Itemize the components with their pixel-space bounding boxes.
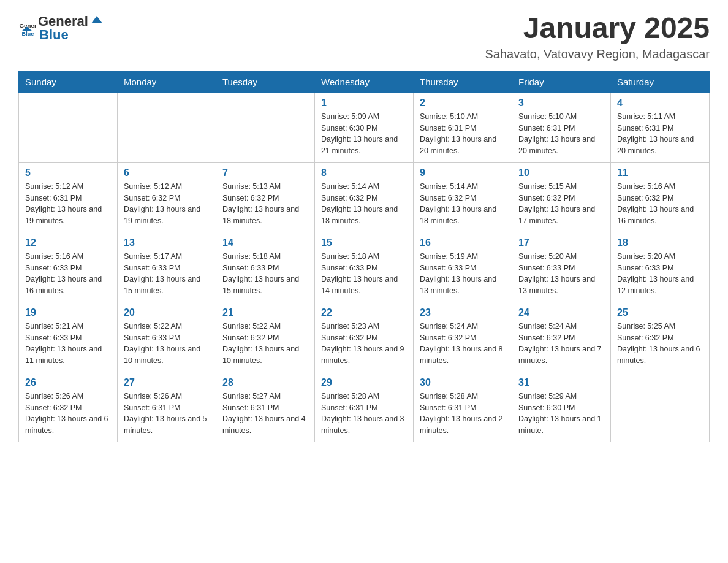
day-number: 15 <box>321 237 407 248</box>
day-number: 21 <box>222 307 308 318</box>
day-info: Sunrise: 5:26 AM Sunset: 6:31 PM Dayligh… <box>124 391 210 437</box>
day-info: Sunrise: 5:16 AM Sunset: 6:32 PM Dayligh… <box>617 181 703 227</box>
calendar-cell: 16Sunrise: 5:19 AM Sunset: 6:33 PM Dayli… <box>414 232 512 302</box>
day-info: Sunrise: 5:27 AM Sunset: 6:31 PM Dayligh… <box>222 391 308 437</box>
calendar-header-sunday: Sunday <box>19 71 118 92</box>
day-info: Sunrise: 5:09 AM Sunset: 6:30 PM Dayligh… <box>321 111 407 157</box>
calendar-header-tuesday: Tuesday <box>216 71 315 92</box>
calendar-cell: 20Sunrise: 5:22 AM Sunset: 6:33 PM Dayli… <box>118 302 216 372</box>
day-number: 17 <box>518 237 604 248</box>
calendar-cell: 12Sunrise: 5:16 AM Sunset: 6:33 PM Dayli… <box>19 232 118 302</box>
calendar-cell: 13Sunrise: 5:17 AM Sunset: 6:33 PM Dayli… <box>118 232 216 302</box>
calendar-header-thursday: Thursday <box>414 71 512 92</box>
calendar-cell: 18Sunrise: 5:20 AM Sunset: 6:33 PM Dayli… <box>611 232 710 302</box>
week-row-1: 1Sunrise: 5:09 AM Sunset: 6:30 PM Daylig… <box>19 92 710 162</box>
location-title: Sahavato, Vatovavy Region, Madagascar <box>485 47 710 61</box>
calendar-cell: 1Sunrise: 5:09 AM Sunset: 6:30 PM Daylig… <box>315 92 414 162</box>
calendar-cell: 23Sunrise: 5:24 AM Sunset: 6:32 PM Dayli… <box>414 302 512 372</box>
day-info: Sunrise: 5:13 AM Sunset: 6:32 PM Dayligh… <box>222 181 308 227</box>
calendar-cell: 21Sunrise: 5:22 AM Sunset: 6:32 PM Dayli… <box>216 302 315 372</box>
day-info: Sunrise: 5:26 AM Sunset: 6:32 PM Dayligh… <box>25 391 111 437</box>
calendar-cell <box>118 92 216 162</box>
day-info: Sunrise: 5:10 AM Sunset: 6:31 PM Dayligh… <box>518 111 604 157</box>
calendar-cell: 19Sunrise: 5:21 AM Sunset: 6:33 PM Dayli… <box>19 302 118 372</box>
day-info: Sunrise: 5:25 AM Sunset: 6:32 PM Dayligh… <box>617 321 703 367</box>
calendar-cell: 3Sunrise: 5:10 AM Sunset: 6:31 PM Daylig… <box>512 92 611 162</box>
calendar-cell: 22Sunrise: 5:23 AM Sunset: 6:32 PM Dayli… <box>315 302 414 372</box>
day-info: Sunrise: 5:20 AM Sunset: 6:33 PM Dayligh… <box>518 251 604 297</box>
day-info: Sunrise: 5:24 AM Sunset: 6:32 PM Dayligh… <box>518 321 604 367</box>
calendar-header-monday: Monday <box>118 71 216 92</box>
logo-triangle-icon <box>90 12 104 26</box>
day-number: 19 <box>25 307 111 318</box>
day-info: Sunrise: 5:12 AM Sunset: 6:32 PM Dayligh… <box>124 181 210 227</box>
day-number: 24 <box>518 307 604 318</box>
day-number: 22 <box>321 307 407 318</box>
day-number: 31 <box>518 377 604 388</box>
day-number: 6 <box>124 167 210 178</box>
day-number: 26 <box>25 377 111 388</box>
calendar-cell: 11Sunrise: 5:16 AM Sunset: 6:32 PM Dayli… <box>611 162 710 232</box>
svg-text:Blue: Blue <box>22 31 34 36</box>
title-section: January 2025 Sahavato, Vatovavy Region, … <box>485 12 710 61</box>
calendar-header-row: SundayMondayTuesdayWednesdayThursdayFrid… <box>19 71 710 92</box>
calendar-cell: 4Sunrise: 5:11 AM Sunset: 6:31 PM Daylig… <box>611 92 710 162</box>
week-row-2: 5Sunrise: 5:12 AM Sunset: 6:31 PM Daylig… <box>19 162 710 232</box>
calendar-cell: 24Sunrise: 5:24 AM Sunset: 6:32 PM Dayli… <box>512 302 611 372</box>
day-info: Sunrise: 5:15 AM Sunset: 6:32 PM Dayligh… <box>518 181 604 227</box>
calendar-cell <box>216 92 315 162</box>
calendar-cell: 7Sunrise: 5:13 AM Sunset: 6:32 PM Daylig… <box>216 162 315 232</box>
day-info: Sunrise: 5:12 AM Sunset: 6:31 PM Dayligh… <box>25 181 111 227</box>
day-info: Sunrise: 5:23 AM Sunset: 6:32 PM Dayligh… <box>321 321 407 367</box>
day-number: 12 <box>25 237 111 248</box>
week-row-3: 12Sunrise: 5:16 AM Sunset: 6:33 PM Dayli… <box>19 232 710 302</box>
day-number: 20 <box>124 307 210 318</box>
day-number: 10 <box>518 167 604 178</box>
day-info: Sunrise: 5:19 AM Sunset: 6:33 PM Dayligh… <box>420 251 506 297</box>
logo-icon: General Blue <box>18 19 36 36</box>
day-number: 9 <box>420 167 506 178</box>
day-number: 16 <box>420 237 506 248</box>
day-number: 29 <box>321 377 407 388</box>
day-info: Sunrise: 5:22 AM Sunset: 6:32 PM Dayligh… <box>222 321 308 367</box>
calendar-cell: 2Sunrise: 5:10 AM Sunset: 6:31 PM Daylig… <box>414 92 512 162</box>
calendar-cell: 14Sunrise: 5:18 AM Sunset: 6:33 PM Dayli… <box>216 232 315 302</box>
day-info: Sunrise: 5:29 AM Sunset: 6:30 PM Dayligh… <box>518 391 604 437</box>
day-number: 3 <box>518 98 604 109</box>
day-number: 7 <box>222 167 308 178</box>
day-info: Sunrise: 5:14 AM Sunset: 6:32 PM Dayligh… <box>420 181 506 227</box>
page-header: General Blue General Blue January 2025 S… <box>18 12 710 61</box>
calendar-cell: 31Sunrise: 5:29 AM Sunset: 6:30 PM Dayli… <box>512 372 611 442</box>
day-number: 30 <box>420 377 506 388</box>
calendar-cell: 8Sunrise: 5:14 AM Sunset: 6:32 PM Daylig… <box>315 162 414 232</box>
day-info: Sunrise: 5:18 AM Sunset: 6:33 PM Dayligh… <box>321 251 407 297</box>
day-number: 11 <box>617 167 703 178</box>
day-info: Sunrise: 5:17 AM Sunset: 6:33 PM Dayligh… <box>124 251 210 297</box>
calendar-cell: 5Sunrise: 5:12 AM Sunset: 6:31 PM Daylig… <box>19 162 118 232</box>
day-info: Sunrise: 5:28 AM Sunset: 6:31 PM Dayligh… <box>321 391 407 437</box>
calendar-cell: 9Sunrise: 5:14 AM Sunset: 6:32 PM Daylig… <box>414 162 512 232</box>
day-info: Sunrise: 5:14 AM Sunset: 6:32 PM Dayligh… <box>321 181 407 227</box>
day-number: 23 <box>420 307 506 318</box>
week-row-4: 19Sunrise: 5:21 AM Sunset: 6:33 PM Dayli… <box>19 302 710 372</box>
calendar-cell: 15Sunrise: 5:18 AM Sunset: 6:33 PM Dayli… <box>315 232 414 302</box>
logo-blue-text: Blue <box>39 27 69 42</box>
day-number: 13 <box>124 237 210 248</box>
calendar-cell: 28Sunrise: 5:27 AM Sunset: 6:31 PM Dayli… <box>216 372 315 442</box>
day-info: Sunrise: 5:16 AM Sunset: 6:33 PM Dayligh… <box>25 251 111 297</box>
day-info: Sunrise: 5:20 AM Sunset: 6:33 PM Dayligh… <box>617 251 703 297</box>
day-number: 2 <box>420 98 506 109</box>
day-info: Sunrise: 5:21 AM Sunset: 6:33 PM Dayligh… <box>25 321 111 367</box>
calendar-header-wednesday: Wednesday <box>315 71 414 92</box>
calendar-header-saturday: Saturday <box>611 71 710 92</box>
calendar-cell: 10Sunrise: 5:15 AM Sunset: 6:32 PM Dayli… <box>512 162 611 232</box>
day-info: Sunrise: 5:28 AM Sunset: 6:31 PM Dayligh… <box>420 391 506 437</box>
calendar-cell <box>611 372 710 442</box>
logo: General Blue General Blue <box>18 12 104 43</box>
month-title: January 2025 <box>485 12 710 45</box>
calendar-cell <box>19 92 118 162</box>
calendar-header-friday: Friday <box>512 71 611 92</box>
week-row-5: 26Sunrise: 5:26 AM Sunset: 6:32 PM Dayli… <box>19 372 710 442</box>
day-info: Sunrise: 5:11 AM Sunset: 6:31 PM Dayligh… <box>617 111 703 157</box>
calendar-cell: 30Sunrise: 5:28 AM Sunset: 6:31 PM Dayli… <box>414 372 512 442</box>
